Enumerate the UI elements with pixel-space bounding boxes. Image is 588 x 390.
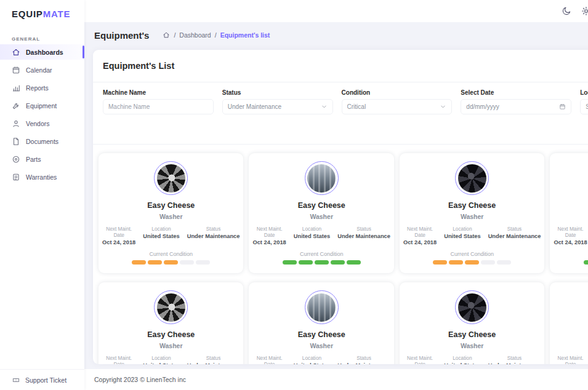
sidebar-nav: Dashboards Calendar Reports Equipment Ve… [0, 44, 84, 187]
machine-name-input[interactable] [108, 103, 208, 110]
home-icon[interactable] [163, 31, 170, 39]
equipment-type: Washer [554, 342, 588, 349]
condition-segment [148, 260, 162, 265]
sidebar-item-label: Calendar [26, 66, 52, 74]
breadcrumb-current[interactable]: Equipment's list [220, 31, 270, 39]
panel-title: Equipment's List [103, 61, 174, 71]
condition-label: Current Condition [252, 251, 390, 257]
equipment-card[interactable]: Easy Cheese Washer Next Maint. DateOct 2… [99, 282, 243, 364]
sidebar-item-dashboards[interactable]: Dashboards [0, 44, 84, 60]
status-select[interactable]: Under Maintenance [222, 99, 333, 114]
breadcrumb-dashboard[interactable]: Dashboard [179, 31, 211, 39]
status-label: Status [337, 226, 390, 232]
calendar-icon [12, 66, 20, 74]
equipment-card[interactable]: Easy Cheese Washer Next Maint. DateOct 2… [400, 153, 544, 273]
equipment-name: Easy Cheese [252, 330, 390, 339]
equipment-card[interactable]: Easy Cheese Washer Next Maint. DateOct 2… [99, 153, 243, 273]
user-icon [12, 119, 20, 128]
equipment-image-ring [154, 161, 188, 195]
sidebar-item-calendar[interactable]: Calendar [0, 62, 84, 78]
brand-logo[interactable]: EQUIPMATE [0, 0, 84, 26]
equipment-name: Easy Cheese [554, 201, 588, 210]
condition-segment [449, 260, 463, 265]
location-select[interactable]: Select location [580, 99, 588, 114]
status-value: Under Maintenance [337, 233, 390, 239]
gears-dark-image [458, 293, 486, 322]
equipment-card[interactable]: Easy Cheese Washer Next Maint. DateOct 2… [249, 282, 393, 364]
status-label: Status [337, 355, 390, 361]
location-value: United States [444, 362, 480, 364]
dark-mode-toggle[interactable] [561, 6, 571, 17]
next-maint-label: Next Maint. Date [403, 355, 437, 364]
gears-dark-image [458, 164, 486, 193]
settings-button[interactable] [581, 6, 588, 17]
breadcrumb-separator: / [174, 31, 175, 39]
equipment-card[interactable]: Easy Cheese Washer Next Maint. DateOct 2… [550, 153, 588, 273]
status-value: Under Maintenance [488, 362, 541, 364]
condition-label: Current Condition [102, 251, 240, 257]
equipment-image-ring [455, 290, 489, 324]
equipment-card[interactable]: Easy Cheese Washer Next Maint. DateOct 2… [249, 153, 393, 273]
sidebar: EQUIPMATE GENERAL Dashboards Calendar Re… [0, 0, 84, 390]
sidebar-item-equipment[interactable]: Equipment [0, 98, 84, 113]
equipment-list-panel: Equipment's List Grid List Machine Name [93, 50, 588, 364]
topbar: 4 2 Emay Walter Admin ▾ [84, 0, 588, 22]
condition-segment [132, 260, 146, 265]
equipment-card[interactable]: Easy Cheese Washer Next Maint. DateOct 2… [550, 282, 588, 364]
machine-steel-image [307, 293, 336, 322]
next-maint-label: Next Maint. Date [403, 226, 437, 238]
sidebar-item-parts[interactable]: Parts [0, 151, 84, 167]
status-label: Status [187, 226, 240, 232]
equipment-name: Easy Cheese [102, 330, 240, 339]
date-input[interactable]: dd/mm/yyyy [461, 99, 571, 114]
machine-name-label: Machine Name [103, 89, 214, 96]
equipment-image-ring [305, 290, 339, 324]
equipment-image-ring [154, 290, 188, 324]
sidebar-item-warranties[interactable]: Warranties [0, 169, 84, 185]
condition-bar [252, 260, 390, 265]
sidebar-item-support-ticket[interactable]: Support Ticket [0, 369, 84, 390]
sidebar-item-vendors[interactable]: Vendors [0, 116, 84, 131]
location-label: Location [444, 355, 480, 361]
location-label: Location [143, 355, 179, 361]
sidebar-item-label: Reports [26, 84, 49, 92]
equipment-card[interactable]: Easy Cheese Washer Next Maint. DateOct 2… [400, 282, 544, 364]
logo-secondary: MATE [43, 9, 71, 19]
equipment-image-ring [305, 161, 339, 195]
calendar-icon [559, 103, 566, 110]
condition-bar [403, 260, 541, 265]
condition-select[interactable]: Critical [342, 99, 453, 114]
equipment-type: Washer [102, 213, 240, 220]
equipment-name: Easy Cheese [403, 330, 541, 339]
condition-segment [180, 260, 194, 265]
sidebar-item-label: Parts [26, 156, 41, 163]
main-column: 4 2 Emay Walter Admin ▾ Equipment's / [84, 0, 588, 390]
condition-segment [164, 260, 178, 265]
warranty-icon [12, 173, 20, 181]
sidebar-item-documents[interactable]: Documents [0, 133, 84, 149]
gears-bw-image [157, 164, 185, 193]
page-title: Equipment's [94, 30, 149, 41]
equipment-type: Washer [252, 213, 390, 220]
location-label: Location [294, 355, 330, 361]
condition-segment [315, 260, 329, 265]
condition-segment [299, 260, 313, 265]
location-value: United States [294, 362, 330, 364]
sidebar-item-label: Equipment [26, 102, 57, 109]
location-filter-label: Location [580, 89, 588, 96]
equipment-grid: Easy Cheese Washer Next Maint. DateOct 2… [93, 145, 588, 364]
copyright-text: Copyright 2023 © LinenTech inc [94, 376, 186, 383]
condition-segment [465, 260, 479, 265]
status-value: Under Maintenance [187, 362, 240, 364]
equipment-type: Washer [252, 342, 390, 349]
location-value: United States [143, 233, 179, 239]
sidebar-item-reports[interactable]: Reports [0, 80, 84, 95]
app-root: EQUIPMATE GENERAL Dashboards Calendar Re… [0, 0, 588, 390]
equipment-type: Washer [554, 213, 588, 220]
condition-bar [102, 260, 240, 265]
date-filter-label: Select Date [461, 89, 571, 96]
condition-segment [584, 260, 588, 265]
gear-icon [581, 6, 588, 16]
equipment-image-ring [455, 161, 489, 195]
next-maint-value: Oct 24, 2018 [554, 239, 587, 245]
